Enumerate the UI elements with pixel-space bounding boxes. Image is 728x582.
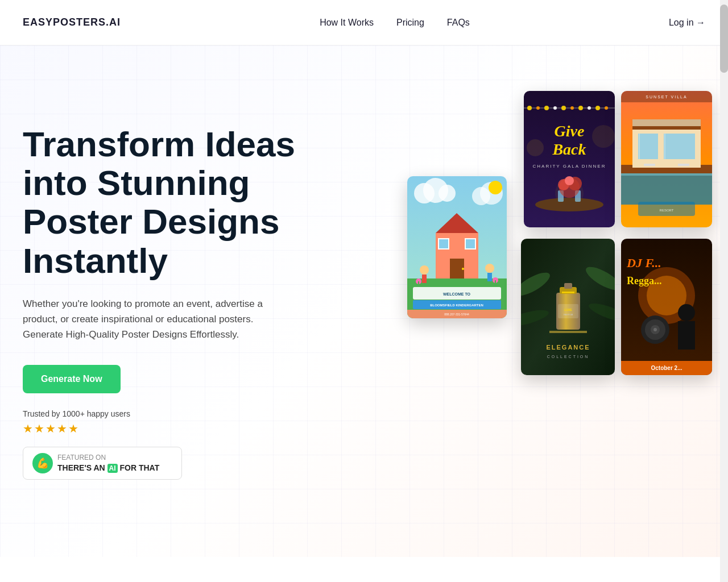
svg-point-38 [595, 106, 600, 110]
nav-link-pricing[interactable]: Pricing [396, 18, 424, 27]
svg-text:COLLECTION: COLLECTION [547, 355, 590, 359]
svg-point-40 [527, 139, 544, 156]
svg-text:WELCOME TO: WELCOME TO [443, 292, 471, 296]
poster-give-back: Give Back CHARITY GALA DINNER [524, 91, 615, 227]
navbar: EASYPOSTERS.AI How It Works Pricing FAQs… [0, 0, 728, 45]
svg-rect-74 [638, 134, 658, 159]
poster-kindergarten-svg: WELCOME TO BLOOMSFIELD KINDERGARTEN 888.… [407, 176, 507, 318]
svg-text:October 2...: October 2... [651, 365, 682, 371]
svg-point-88 [678, 304, 695, 321]
svg-point-49 [565, 176, 574, 185]
svg-text:PARFUM: PARFUM [564, 313, 573, 316]
featured-badge-icon: 💪 [32, 453, 53, 473]
svg-point-31 [536, 106, 540, 110]
svg-text:RESORT: RESORT [660, 209, 674, 212]
svg-rect-78 [644, 164, 655, 166]
svg-point-34 [561, 106, 566, 110]
scrollbar-thumb[interactable] [720, 5, 728, 73]
featured-site: THERE'S AN AI FOR THAT [57, 463, 159, 473]
svg-point-43 [535, 198, 603, 211]
svg-rect-80 [632, 119, 701, 126]
svg-point-36 [578, 106, 583, 110]
svg-text:ELEGANCE: ELEGANCE [546, 344, 590, 351]
svg-rect-75 [664, 134, 695, 159]
svg-point-32 [544, 106, 549, 110]
svg-rect-60 [564, 283, 572, 289]
svg-point-35 [570, 106, 574, 110]
logo-text: EASYPOSTERS.AI [23, 16, 121, 28]
svg-text:CHARITY GALA DINNER: CHARITY GALA DINNER [533, 164, 606, 169]
nav-link-faqs[interactable]: FAQs [447, 18, 470, 27]
featured-badge-text: FEATURED ON THERE'S AN AI FOR THAT [57, 454, 159, 473]
svg-text:Give: Give [555, 122, 585, 140]
svg-text:DJ F...: DJ F... [626, 256, 661, 270]
svg-rect-12 [439, 239, 449, 249]
hero-content: Transform Ideas into Stunning Poster Des… [23, 125, 364, 480]
poster-give-back-svg: Give Back CHARITY GALA DINNER [524, 91, 615, 227]
poster-gallery: WELCOME TO BLOOMSFIELD KINDERGARTEN 888.… [322, 45, 720, 557]
svg-text:SUNSET VILLA: SUNSET VILLA [646, 95, 687, 99]
svg-rect-79 [678, 164, 689, 166]
svg-text:BLOOMSFIELD KINDERGARTEN: BLOOMSFIELD KINDERGARTEN [430, 304, 483, 307]
poster-reggae-svg: DJ F... Regga... October 2... [621, 239, 712, 375]
svg-rect-19 [418, 281, 419, 287]
hero-subtitle: Whether you're looking to promote an eve… [23, 296, 296, 343]
svg-point-16 [485, 264, 494, 273]
svg-rect-21 [495, 280, 496, 286]
svg-point-93 [653, 328, 657, 331]
svg-point-37 [588, 106, 591, 110]
login-link[interactable]: Log in → [669, 18, 705, 28]
nav-item-how-it-works[interactable]: How It Works [320, 18, 374, 28]
svg-point-39 [605, 106, 608, 110]
svg-rect-15 [422, 275, 427, 283]
scrollbar[interactable] [720, 0, 728, 582]
star-rating: ★★★★★ [23, 422, 364, 435]
poster-interior-svg: RESORT SUNSET VILLA [621, 91, 712, 227]
logo[interactable]: EASYPOSTERS.AI [23, 16, 121, 28]
poster-reggae: DJ F... Regga... October 2... [621, 239, 712, 375]
poster-perfume: LUXE PARFUM ELEGANCE COLLECTION [521, 239, 615, 375]
hero-title: Transform Ideas into Stunning Poster Des… [23, 125, 364, 280]
svg-rect-89 [678, 321, 695, 350]
svg-text:LUXE: LUXE [564, 308, 572, 311]
poster-kindergarten: WELCOME TO BLOOMSFIELD KINDERGARTEN 888.… [407, 176, 507, 318]
featured-badge: 💪 FEATURED ON THERE'S AN AI FOR THAT [23, 447, 182, 480]
svg-point-14 [420, 265, 429, 275]
svg-rect-70 [621, 173, 712, 176]
svg-rect-61 [562, 292, 574, 293]
nav-link-how-it-works[interactable]: How It Works [320, 18, 374, 27]
nav-item-faqs[interactable]: FAQs [447, 18, 470, 28]
svg-rect-13 [465, 239, 475, 249]
poster-perfume-svg: LUXE PARFUM ELEGANCE COLLECTION [521, 239, 615, 375]
svg-text:888.207-331-57644: 888.207-331-57644 [444, 313, 469, 316]
svg-point-3 [439, 185, 456, 202]
svg-point-33 [553, 106, 557, 110]
svg-rect-17 [487, 273, 492, 281]
hero-section: Transform Ideas into Stunning Poster Des… [0, 45, 728, 557]
nav-item-pricing[interactable]: Pricing [396, 18, 424, 28]
generate-now-button[interactable]: Generate Now [23, 365, 121, 393]
svg-point-6 [489, 181, 502, 194]
svg-point-11 [462, 268, 464, 270]
svg-rect-65 [549, 331, 587, 333]
nav-links: How It Works Pricing FAQs [320, 18, 470, 28]
svg-point-41 [592, 125, 615, 148]
poster-interior: RESORT SUNSET VILLA [621, 91, 712, 227]
trusted-text: Trusted by 1000+ happy users [23, 409, 364, 418]
svg-text:Back: Back [552, 140, 586, 158]
svg-text:Regga...: Regga... [627, 275, 662, 286]
svg-point-30 [527, 106, 532, 110]
featured-label: FEATURED ON [57, 454, 106, 462]
